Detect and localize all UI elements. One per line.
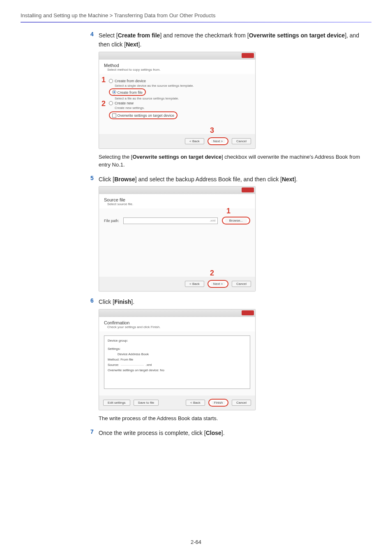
row: Settings: <box>108 347 247 352</box>
wizard-footer: < Back Next > Cancel <box>99 134 255 148</box>
wizard-source-file: Source file Select source file. 1 File p… <box>99 186 256 291</box>
back-button[interactable]: < Back <box>185 281 204 287</box>
b: Finish <box>114 298 131 305</box>
radio-create-new[interactable]: Create new <box>109 101 250 105</box>
highlight-create-from-file: Create from file <box>109 88 146 96</box>
t: ]. <box>221 430 225 436</box>
callout-1: 1 <box>226 207 231 215</box>
callout-3: 3 <box>210 126 214 135</box>
label: Create from device <box>115 79 146 83</box>
t: ]. <box>138 41 142 48</box>
t: ]. <box>294 176 297 183</box>
b: Overwrite settings on target device <box>132 154 221 160</box>
desc: Create new settings. <box>115 106 250 110</box>
close-icon[interactable] <box>242 187 254 192</box>
save-to-file-button[interactable]: Save to file <box>134 400 159 406</box>
t: Click [ <box>99 176 114 183</box>
row: Device Address Book <box>118 352 247 357</box>
b: Overwrite settings on target device <box>249 32 345 39</box>
back-button[interactable]: < Back <box>186 400 205 406</box>
close-icon[interactable] <box>242 310 254 315</box>
window-titlebar <box>99 187 255 194</box>
step-number: 7 <box>90 428 99 435</box>
wizard-header: Method Select method to copy settings fr… <box>99 60 255 74</box>
highlight-finish: Finish <box>208 399 228 407</box>
radio-icon <box>112 90 116 94</box>
label: Create new <box>115 101 134 105</box>
wizard-subtitle: Check your settings and click Finish. <box>107 325 250 329</box>
callout-2: 2 <box>101 99 106 108</box>
highlight-next: Next > <box>208 137 228 145</box>
step-number: 6 <box>90 297 99 304</box>
desc: Select a file as the source settings tem… <box>115 97 250 100</box>
file-path-input[interactable]: .xml <box>123 217 218 224</box>
t: Selecting the [ <box>99 154 132 160</box>
b: Browse <box>114 176 135 183</box>
label[interactable]: Create from file <box>118 90 143 94</box>
file-path-row: File path: .xml Browse... <box>104 217 250 224</box>
wizard-header: Source file Select source file. <box>99 194 255 208</box>
file-path-label: File path: <box>104 219 119 223</box>
window-titlebar <box>99 52 255 60</box>
step-4-note: Selecting the [Overwrite settings on tar… <box>99 153 371 169</box>
divider <box>21 22 371 23</box>
desc: Select a single device as the source set… <box>115 84 250 88</box>
wizard-confirmation: Confirmation Check your settings and cli… <box>99 309 256 411</box>
step-6: 6 Click [Finish]. <box>90 297 371 306</box>
wizard-title: Source file <box>104 197 250 202</box>
callout-2: 2 <box>210 269 214 278</box>
ext: .xml <box>210 219 216 222</box>
t: Once the write process is complete, clic… <box>99 430 206 436</box>
step-text: Select [Create from file] and remove the… <box>99 31 371 49</box>
step-4: 4 Select [Create from file] and remove t… <box>90 31 371 49</box>
wizard-body: Device group: Settings: Device Address B… <box>99 331 255 396</box>
b: Close <box>206 430 221 436</box>
row: Device group: <box>108 338 247 344</box>
label[interactable]: Overwrite settings on target device <box>118 113 175 118</box>
cancel-button[interactable]: Cancel <box>232 138 251 144</box>
radio-icon <box>109 101 113 105</box>
step-5: 5 Click [Browse] and select the backup A… <box>90 175 371 184</box>
t: Click [ <box>99 298 114 305</box>
step-6-note: The write process of the Address Book da… <box>99 414 371 423</box>
finish-button[interactable]: Finish <box>212 401 225 405</box>
back-button[interactable]: < Back <box>185 138 204 144</box>
callout-1: 1 <box>101 76 106 84</box>
row: Overwrite settings on target device: No <box>108 368 247 373</box>
wizard-header: Confirmation Check your settings and cli… <box>99 317 255 331</box>
edit-settings-button[interactable]: Edit settings <box>103 400 130 406</box>
wizard-footer: < Back Next > Cancel <box>99 277 255 291</box>
wizard-method: Method Select method to copy settings fr… <box>99 52 256 149</box>
browse-button[interactable]: Browse... <box>225 218 247 223</box>
close-icon[interactable] <box>242 53 254 58</box>
step-number: 5 <box>90 175 99 181</box>
wizard-subtitle: Select method to copy settings from. <box>107 68 250 72</box>
cancel-button[interactable]: Cancel <box>232 281 251 287</box>
t: ] and remove the checkmark from [ <box>160 32 249 39</box>
radio-icon <box>109 79 113 83</box>
checkbox-icon[interactable] <box>112 113 116 118</box>
wizard-subtitle: Select source file. <box>107 202 250 206</box>
window-titlebar <box>99 310 255 317</box>
t: Select [ <box>99 32 118 39</box>
wizard-body: 1 File path: .xml Browse... 2 <box>99 208 255 277</box>
step-number: 4 <box>90 31 99 37</box>
row: Source: ——————— .xml <box>108 363 247 368</box>
next-button[interactable]: Next > <box>211 282 225 286</box>
t: ] and select the backup Address Book fil… <box>135 176 282 183</box>
wizard-body: 1 Create from device Select a single dev… <box>99 74 255 134</box>
cancel-button[interactable]: Cancel <box>232 400 251 406</box>
wizard-title: Method <box>104 63 250 68</box>
confirmation-summary: Device group: Settings: Device Address B… <box>104 335 250 389</box>
t: ]. <box>131 298 134 305</box>
next-button[interactable]: Next > <box>211 139 225 143</box>
step-text: Click [Browse] and select the backup Add… <box>99 175 297 184</box>
step-text: Click [Finish]. <box>99 297 134 306</box>
t: .xml <box>146 363 152 367</box>
highlight-next: Next > <box>208 280 228 288</box>
b: Create from file <box>118 32 160 39</box>
radio-create-from-device[interactable]: Create from device <box>109 79 250 83</box>
step-7: 7 Once the write process is complete, cl… <box>90 428 371 437</box>
breadcrumb: Installing and Setting up the Machine > … <box>21 12 371 22</box>
highlight-browse: Browse... <box>222 217 250 224</box>
